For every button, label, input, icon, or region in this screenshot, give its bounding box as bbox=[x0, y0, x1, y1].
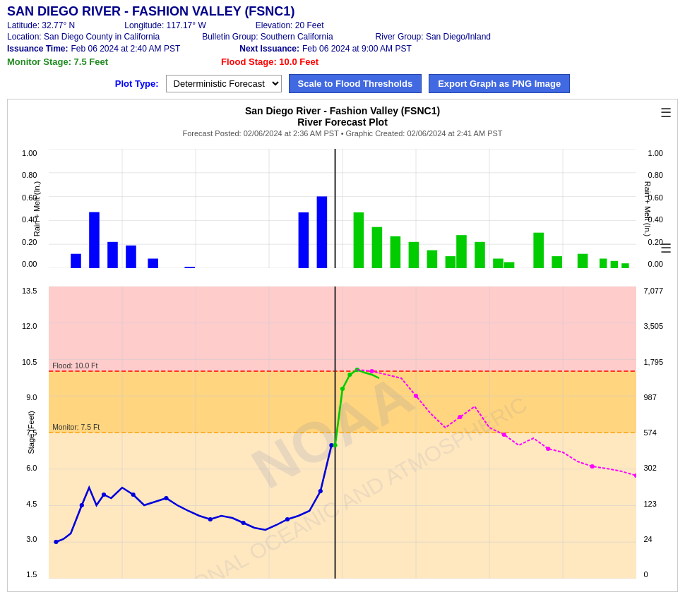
chart-area: ☰ San Diego River - Fashion Valley (FSNC… bbox=[7, 99, 678, 592]
river-group: River Group: San Diego/Inland bbox=[376, 32, 491, 42]
stage-chart-section: Stage (Feet) Flow (Cubic Feet per Second… bbox=[8, 281, 677, 584]
scale-to-flood-button[interactable]: Scale to Flood Thresholds bbox=[289, 74, 422, 93]
svg-rect-21 bbox=[317, 196, 328, 268]
bulletin-group: Bulletin Group: Southern California bbox=[202, 32, 333, 42]
svg-point-69 bbox=[208, 517, 213, 521]
svg-rect-24 bbox=[372, 227, 383, 268]
latitude: Latitude: 32.77° N bbox=[7, 20, 75, 30]
flood-stage: Flood Stage: 10.0 Feet bbox=[221, 56, 318, 67]
elevation: Elevation: 20 Feet bbox=[256, 20, 324, 30]
precip-tick-0.60-left: 0.60 bbox=[22, 193, 37, 202]
precip-tick-1.00-left: 1.00 bbox=[22, 149, 37, 157]
svg-rect-29 bbox=[456, 235, 467, 268]
flow-tick-574: 574 bbox=[643, 428, 656, 437]
svg-rect-33 bbox=[533, 233, 544, 268]
flow-tick-302: 302 bbox=[643, 464, 656, 472]
svg-rect-20 bbox=[299, 212, 309, 268]
plot-type-select[interactable]: Deterministic Forecast bbox=[166, 75, 282, 92]
svg-rect-36 bbox=[600, 259, 607, 269]
svg-rect-18 bbox=[148, 259, 158, 269]
svg-text:Flood: 10.0 Ft: Flood: 10.0 Ft bbox=[52, 362, 97, 370]
stage-tick-7.5: 7.5 bbox=[26, 428, 37, 437]
stage-tick-1.5: 1.5 bbox=[26, 570, 37, 579]
svg-rect-34 bbox=[552, 256, 562, 268]
svg-rect-31 bbox=[493, 259, 504, 269]
precip-tick-1.00-right: 1.00 bbox=[648, 149, 663, 157]
page-container: SAN DIEGO RIVER - FASHION VALLEY (FSNC1)… bbox=[0, 0, 685, 592]
stage-tick-6.0: 6.0 bbox=[26, 464, 37, 472]
svg-point-64 bbox=[54, 540, 58, 544]
flow-tick-1795: 1,795 bbox=[643, 358, 663, 366]
svg-rect-19 bbox=[184, 267, 195, 268]
svg-point-84 bbox=[590, 464, 594, 469]
precip-tick-0.00-left: 0.00 bbox=[22, 260, 37, 268]
svg-point-79 bbox=[369, 369, 374, 373]
precip-tick-0.40-left: 0.40 bbox=[22, 215, 37, 224]
header: SAN DIEGO RIVER - FASHION VALLEY (FSNC1)… bbox=[0, 0, 685, 68]
stage-tick-4.5: 4.5 bbox=[26, 500, 37, 508]
precip-tick-0.80-left: 0.80 bbox=[22, 171, 37, 179]
export-graph-button[interactable]: Export Graph as PNG Image bbox=[429, 74, 570, 93]
svg-point-83 bbox=[546, 447, 550, 451]
stage-tick-13.5: 13.5 bbox=[22, 286, 37, 295]
svg-point-68 bbox=[164, 496, 168, 500]
plot-type-label: Plot Type: bbox=[115, 78, 159, 89]
svg-rect-32 bbox=[504, 262, 515, 269]
svg-point-71 bbox=[285, 517, 290, 521]
flow-tick-987: 987 bbox=[643, 393, 656, 401]
stage-tick-12.0: 12.0 bbox=[22, 322, 37, 330]
svg-point-77 bbox=[347, 373, 352, 377]
chart-title-line1: San Diego River - Fashion Valley (FSNC1) bbox=[8, 105, 677, 116]
precip-tick-0.20-left: 0.20 bbox=[22, 238, 37, 246]
svg-point-80 bbox=[414, 394, 418, 398]
svg-rect-23 bbox=[354, 212, 364, 268]
issuance-label: Issuance Time: bbox=[7, 44, 68, 54]
svg-rect-15 bbox=[89, 212, 100, 268]
monitor-stage: Monitor Stage: 7.5 Feet bbox=[7, 56, 108, 67]
stage-tick-3.0: 3.0 bbox=[26, 535, 37, 543]
precip-tick-0.60-right: 0.60 bbox=[648, 193, 663, 202]
stage-tick-10.5: 10.5 bbox=[22, 358, 37, 366]
location: Location: San Diego County in California bbox=[7, 32, 160, 42]
svg-point-66 bbox=[102, 493, 106, 497]
station-title: SAN DIEGO RIVER - FASHION VALLEY (FSNC1) bbox=[7, 4, 678, 19]
svg-point-76 bbox=[340, 387, 345, 391]
svg-point-81 bbox=[458, 415, 462, 419]
precip-tick-0.00-right: 0.00 bbox=[648, 260, 663, 268]
flow-tick-0: 0 bbox=[643, 570, 648, 579]
svg-rect-16 bbox=[107, 242, 118, 268]
chart-title-line2: River Forecast Plot bbox=[8, 116, 677, 128]
svg-rect-27 bbox=[427, 250, 438, 268]
svg-point-75 bbox=[333, 443, 337, 447]
longitude: Longitude: 117.17° W bbox=[124, 20, 206, 30]
chart-menu-icon[interactable]: ☰ bbox=[660, 105, 672, 121]
issuance-value: Feb 06 2024 at 2:40 AM PST bbox=[71, 44, 180, 54]
svg-point-82 bbox=[502, 433, 506, 437]
svg-point-70 bbox=[241, 521, 245, 525]
svg-rect-30 bbox=[475, 242, 485, 268]
svg-text:Monitor: 7.5 Ft: Monitor: 7.5 Ft bbox=[52, 423, 100, 431]
controls-bar: Plot Type: Deterministic Forecast Scale … bbox=[0, 68, 685, 99]
svg-rect-28 bbox=[446, 256, 456, 268]
flow-tick-24: 24 bbox=[643, 535, 652, 543]
svg-rect-35 bbox=[578, 254, 588, 268]
next-issuance-label: Next Issuance: bbox=[239, 44, 299, 54]
svg-rect-14 bbox=[71, 254, 81, 268]
svg-point-65 bbox=[80, 503, 84, 507]
stage-svg: NOAA NATIONAL OCEANIC AND ATMOSPHERIC Fl… bbox=[49, 286, 636, 579]
stage-tick-9.0: 9.0 bbox=[26, 393, 37, 401]
precip-chart-section: Rain + Melt (In.) Rain + Melt (In.) 1.00… bbox=[8, 143, 677, 274]
svg-point-72 bbox=[318, 489, 323, 493]
precip-svg bbox=[49, 149, 636, 268]
svg-rect-37 bbox=[611, 261, 618, 268]
chart-subtitle: Forecast Posted: 02/06/2024 at 2:36 AM P… bbox=[8, 129, 677, 138]
precip-tick-0.40-right: 0.40 bbox=[648, 215, 663, 224]
stage-chart-menu-icon[interactable]: ☰ bbox=[660, 241, 672, 256]
flow-tick-123: 123 bbox=[643, 500, 656, 508]
flow-tick-3505: 3,505 bbox=[643, 322, 663, 330]
flow-tick-7077: 7,077 bbox=[643, 286, 663, 295]
next-issuance-value: Feb 06 2024 at 9:00 AM PST bbox=[302, 44, 412, 54]
svg-rect-25 bbox=[391, 236, 401, 268]
svg-point-67 bbox=[131, 493, 135, 497]
svg-rect-17 bbox=[126, 246, 136, 268]
